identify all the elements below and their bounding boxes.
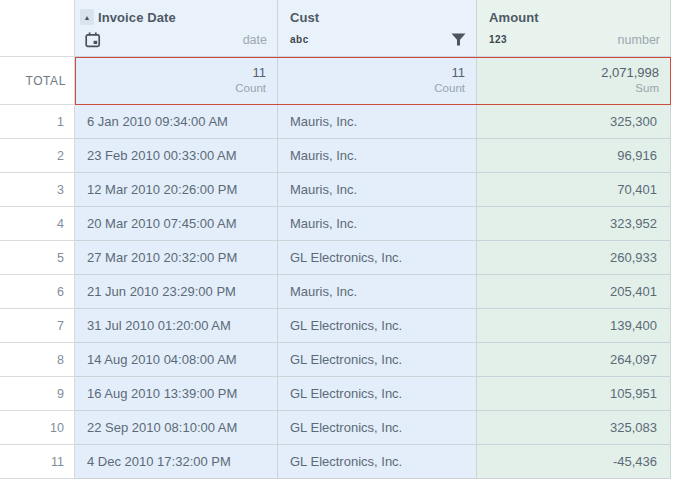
amount-cell[interactable]: 323,952: [477, 207, 671, 241]
customer-cell[interactable]: Mauris, Inc.: [278, 207, 477, 241]
total-cell-amount-sum[interactable]: 2,071,998 Sum: [477, 57, 671, 105]
total-agg-label: Count: [235, 81, 266, 95]
column-header-cust[interactable]: Cust abc: [278, 0, 477, 57]
amount-cell[interactable]: 96,916: [477, 139, 671, 173]
total-cell-invoice-count[interactable]: 11 Count: [75, 57, 278, 105]
customer-cell[interactable]: Mauris, Inc.: [278, 139, 477, 173]
column-title: Amount: [489, 10, 539, 25]
amount-cell[interactable]: 205,401: [477, 275, 671, 309]
total-agg-label: Sum: [635, 81, 659, 95]
invoice-date-cell[interactable]: 23 Feb 2010 00:33:00 AM: [75, 139, 278, 173]
sort-asc-icon[interactable]: ▲: [80, 9, 94, 25]
amount-cell[interactable]: 264,097: [477, 343, 671, 377]
row-number-cell[interactable]: 10: [0, 411, 75, 445]
invoice-date-cell[interactable]: 14 Aug 2010 04:08:00 AM: [75, 343, 278, 377]
total-value: 11: [452, 65, 466, 81]
column-header-amount[interactable]: Amount 123 number: [477, 0, 671, 57]
customer-cell[interactable]: GL Electronics, Inc.: [278, 309, 477, 343]
column-title: Cust: [290, 10, 319, 25]
row-number-cell[interactable]: 1: [0, 105, 75, 139]
customer-cell[interactable]: Mauris, Inc.: [278, 173, 477, 207]
invoice-date-cell[interactable]: 21 Jun 2010 23:29:00 PM: [75, 275, 278, 309]
invoice-date-cell[interactable]: 16 Aug 2010 13:39:00 PM: [75, 377, 278, 411]
amount-cell[interactable]: 105,951: [477, 377, 671, 411]
invoice-date-cell[interactable]: 27 Mar 2010 20:32:00 PM: [75, 241, 278, 275]
amount-cell[interactable]: 260,933: [477, 241, 671, 275]
invoice-date-cell[interactable]: 4 Dec 2010 17:32:00 PM: [75, 445, 278, 479]
row-number-cell[interactable]: 8: [0, 343, 75, 377]
customer-cell[interactable]: Mauris, Inc.: [278, 105, 477, 139]
amount-cell[interactable]: -45,436: [477, 445, 671, 479]
table: ▲ Invoice Date date Cust: [0, 0, 671, 479]
amount-cell[interactable]: 325,083: [477, 411, 671, 445]
row-number-cell[interactable]: 3: [0, 173, 75, 207]
amount-cell[interactable]: 325,300: [477, 105, 671, 139]
calendar-icon: [85, 32, 101, 48]
type-label-date: date: [243, 33, 267, 47]
filter-icon[interactable]: [451, 33, 466, 46]
corner-cell: [0, 0, 75, 57]
customer-cell[interactable]: GL Electronics, Inc.: [278, 377, 477, 411]
amount-cell[interactable]: 139,400: [477, 309, 671, 343]
row-number-cell[interactable]: 4: [0, 207, 75, 241]
invoice-date-cell[interactable]: 20 Mar 2010 07:45:00 AM: [75, 207, 278, 241]
invoice-date-cell[interactable]: 12 Mar 2010 20:26:00 PM: [75, 173, 278, 207]
customer-cell[interactable]: GL Electronics, Inc.: [278, 241, 477, 275]
column-header-invoice-date[interactable]: ▲ Invoice Date date: [75, 0, 278, 57]
total-cell-cust-count[interactable]: 11 Count: [278, 57, 477, 105]
amount-cell[interactable]: 70,401: [477, 173, 671, 207]
invoice-date-cell[interactable]: 22 Sep 2010 08:10:00 AM: [75, 411, 278, 445]
customer-cell[interactable]: GL Electronics, Inc.: [278, 411, 477, 445]
column-title: Invoice Date: [98, 10, 176, 25]
row-number-cell[interactable]: 5: [0, 241, 75, 275]
customer-cell[interactable]: GL Electronics, Inc.: [278, 445, 477, 479]
total-value: 11: [253, 65, 267, 81]
row-number-cell[interactable]: 9: [0, 377, 75, 411]
row-number-cell[interactable]: 2: [0, 139, 75, 173]
123-text-icon: 123: [489, 34, 507, 45]
customer-cell[interactable]: GL Electronics, Inc.: [278, 343, 477, 377]
invoice-date-cell[interactable]: 6 Jan 2010 09:34:00 AM: [75, 105, 278, 139]
total-value: 2,071,998: [601, 65, 659, 81]
abc-text-icon: abc: [290, 34, 309, 45]
invoice-date-cell[interactable]: 31 Jul 2010 01:20:00 AM: [75, 309, 278, 343]
row-number-cell[interactable]: 6: [0, 275, 75, 309]
type-label-number: number: [618, 33, 660, 47]
total-row-label: TOTAL: [0, 57, 75, 105]
total-agg-label: Count: [434, 81, 465, 95]
customer-cell[interactable]: Mauris, Inc.: [278, 275, 477, 309]
row-number-cell[interactable]: 7: [0, 309, 75, 343]
row-number-cell[interactable]: 11: [0, 445, 75, 479]
data-grid-app: ▲ Invoice Date date Cust: [0, 0, 677, 480]
